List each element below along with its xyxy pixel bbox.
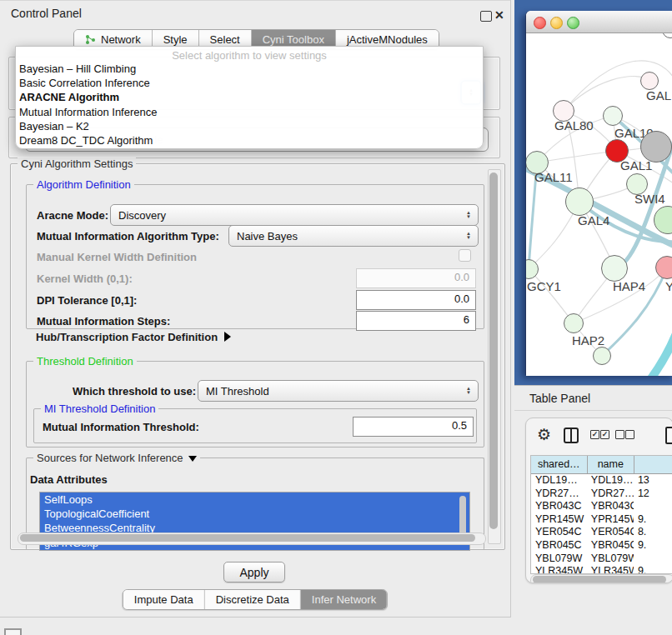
node-label: GAL80 (554, 118, 594, 132)
which-threshold-combo[interactable]: MI Threshold ▲▼ (198, 380, 479, 402)
gear-icon[interactable]: ⚙ (537, 425, 551, 444)
mi-threshold-label: Mutual Information Threshold: (43, 421, 199, 433)
network-node[interactable] (640, 131, 672, 162)
select-all-checkbox-icon[interactable]: ✓ (600, 430, 609, 439)
table-hscrollbar-thumb[interactable] (533, 576, 666, 583)
mi-algorithm-type-label: Mutual Information Algorithm Type: (37, 230, 219, 242)
network-node-gal4[interactable] (565, 188, 594, 216)
network-node-gal10[interactable] (603, 106, 623, 126)
which-threshold-label: Which threshold to use: (73, 385, 196, 398)
float-window-icon[interactable] (480, 11, 492, 22)
document-icon[interactable] (665, 427, 672, 444)
column-header[interactable] (634, 456, 672, 473)
table-row[interactable]: YPR145WYPR145W9. (531, 513, 672, 527)
algorithm-option[interactable]: Mutual Information Inference (16, 105, 483, 119)
table-header-row[interactable]: shared…name (531, 456, 672, 474)
threshold-definition-group: Threshold Definition Which threshold to … (26, 361, 484, 448)
table-rows: YDL19…YDL19…13YDR27…YDR27…12YBR043CYBR04… (531, 474, 672, 574)
zoom-traffic-light-icon[interactable] (567, 17, 579, 29)
data-attribute-item[interactable]: SelfLoops (40, 492, 469, 507)
table-cell: YBL079W (531, 552, 587, 566)
settings-scrollbar-thumb[interactable] (489, 172, 498, 529)
table-cell: 9. (634, 513, 672, 527)
settings-scrollbar[interactable] (488, 169, 501, 544)
tab-infer-network[interactable]: Infer Network (301, 590, 387, 609)
algorithm-option[interactable]: ARACNE Algorithm (16, 90, 483, 104)
select-all-checkbox-icon[interactable]: ✓ (590, 430, 599, 439)
divider (514, 410, 672, 411)
node-label: HAP4 (613, 279, 645, 293)
deselect-all-checkbox-icon[interactable] (625, 430, 634, 439)
network-node[interactable] (593, 347, 611, 365)
kernel-width-field[interactable]: 0.0 (356, 268, 476, 288)
algorithm-definition-title: Algorithm Definition (33, 178, 134, 191)
data-attribute-item[interactable]: TopologicalCoefficient (40, 507, 469, 521)
table-row[interactable]: YER054CYER054C8. (531, 526, 672, 539)
close-icon[interactable]: ✕ (494, 8, 504, 22)
apply-button[interactable]: Apply (223, 562, 285, 582)
collapse-down-icon[interactable] (188, 456, 197, 462)
stepper-icon: ▲▼ (462, 211, 478, 219)
table-row[interactable]: YLR345WYLR345W9. (531, 565, 672, 574)
settings-hscrollbar[interactable] (18, 532, 486, 545)
manual-kernel-width-label: Manual Kernel Width Definition (37, 251, 197, 263)
aracne-mode-value: Discovery (111, 209, 462, 222)
minimize-traffic-light-icon[interactable] (550, 17, 563, 29)
algorithm-option[interactable]: Bayesian – Hill Climbing (16, 62, 483, 76)
table-cell: YBR045C (531, 539, 587, 552)
control-panel-titlebar: Control Panel ✕ (0, 0, 510, 26)
table-cell: YBL079W (587, 552, 634, 566)
node-table[interactable]: shared…name YDL19…YDL19…13YDR27…YDR27…12… (530, 455, 672, 574)
tab-label: Infer Network (312, 593, 376, 606)
data-attributes-label: Data Attributes (30, 473, 108, 486)
sources-title: Sources for Network Inference (33, 452, 200, 464)
aracne-mode-label: Aracne Mode: (37, 209, 108, 222)
algorithm-option[interactable]: Basic Correlation Inference (16, 76, 483, 90)
stepper-icon: ▲▼ (462, 387, 478, 395)
table-row[interactable]: YDL19…YDL19…13 (531, 474, 672, 488)
node-label: GAL (646, 88, 671, 102)
table-cell: YBR045C (587, 539, 634, 552)
tab-label: Select (210, 33, 240, 46)
node-label: Y (665, 279, 672, 293)
dock-panel-icon[interactable] (4, 628, 22, 635)
column-header[interactable]: shared… (531, 456, 588, 473)
aracne-mode-combo[interactable]: Discovery ▲▼ (110, 204, 479, 226)
algorithm-option[interactable]: Dream8 DC_TDC Algorithm (16, 133, 483, 148)
close-traffic-light-icon[interactable] (534, 17, 546, 29)
table-row[interactable]: YBR043CYBR043C (531, 500, 672, 513)
tab-impute-data[interactable]: Impute Data (123, 590, 205, 609)
network-node-hap2[interactable] (564, 313, 584, 333)
algorithm-option[interactable]: Bayesian – K2 (16, 119, 483, 133)
table-row[interactable]: YBL079WYBL079W (531, 552, 672, 566)
node-label: SWI4 (634, 192, 665, 206)
table-cell: YER054C (531, 526, 587, 539)
table-row[interactable]: YDR27…YDR27…12 (531, 488, 672, 501)
column-header[interactable]: name (588, 456, 635, 473)
columns-icon[interactable] (564, 428, 579, 443)
deselect-all-checkbox-icon[interactable] (615, 430, 624, 439)
node-label: GAL4 (578, 213, 609, 228)
network-node-y[interactable] (655, 256, 672, 279)
table-cell: YBR043C (587, 500, 634, 513)
network-node-gal[interactable] (640, 72, 659, 90)
table-cell: 12 (634, 488, 672, 501)
dpi-tolerance-field[interactable]: 0.0 (356, 290, 476, 310)
mi-steps-field[interactable]: 6 (356, 311, 476, 331)
dpi-tolerance-label: DPI Tolerance [0,1]: (37, 294, 137, 307)
manual-kernel-width-checkbox[interactable] (459, 249, 471, 262)
node-label: GCY1 (527, 279, 561, 293)
network-canvas[interactable]: GALGAL80GAL10GAL1GAL11SWI4GAL4GCY1HAP4YH… (526, 33, 672, 376)
mi-algorithm-type-combo[interactable]: Naive Bayes ▲▼ (228, 225, 479, 247)
settings-hscrollbar-thumb[interactable] (20, 534, 475, 542)
network-node-hap4[interactable] (601, 255, 628, 282)
tab-discretize-data[interactable]: Discretize Data (205, 590, 301, 609)
table-row[interactable]: YBR045CYBR045C9. (531, 539, 672, 552)
table-cell: YDL19… (531, 474, 587, 488)
mi-threshold-field[interactable]: 0.5 (353, 417, 474, 437)
algorithm-definition-group: Algorithm Definition Aracne Mode: Discov… (26, 184, 484, 329)
tab-label: Cyni Toolbox (263, 33, 324, 46)
table-hscrollbar[interactable] (530, 574, 672, 583)
mi-steps-label: Mutual Information Steps: (37, 315, 170, 328)
hub-definition-toggle[interactable]: Hub/Transcription Factor Definition (36, 331, 231, 343)
